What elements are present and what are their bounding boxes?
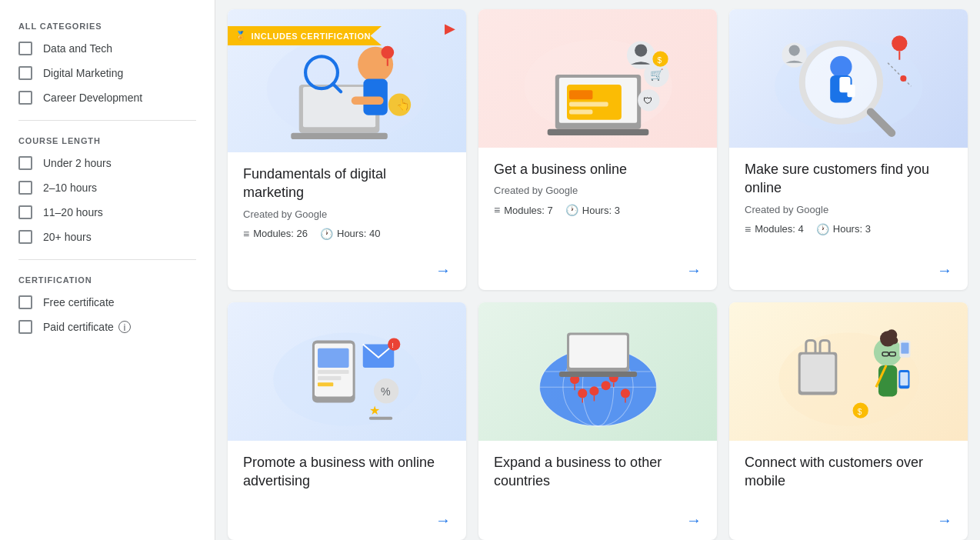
card-arrow-expand[interactable]: → [478,505,717,540]
sidebar: ALL CATEGORIES Data and Tech Digital Mar… [0,0,215,540]
card-image-business: 🛒 🛡 $ [478,9,717,148]
hours-meta-2: 🕐 Hours: 3 [565,204,620,216]
card-meta-business: ≡ Modules: 7 🕐 Hours: 3 [494,204,702,216]
checkbox-digital-marketing[interactable] [18,66,32,80]
label-data-tech: Data and Tech [43,42,112,55]
filter-under-2[interactable]: Under 2 hours [18,156,196,170]
modules-icon: ≡ [243,228,249,240]
card-fundamentals-digital-marketing[interactable]: 🏅 INCLUDES CERTIFICATION ▶ [228,9,466,290]
card-creator-business: Created by Google [494,185,702,196]
divider-1 [18,120,196,121]
modules-meta: ≡ Modules: 26 [243,228,308,240]
card-connect[interactable]: $ Connect with customers over mobile → [729,302,968,540]
modules-meta-3: ≡ Modules: 4 [745,223,804,235]
card-title-customers: Make sure customers find you online [745,160,952,198]
card-creator-fundamentals: Created by Google [243,208,451,220]
card-customers-find[interactable]: Make sure customers find you online Crea… [729,9,968,290]
card-title-connect: Connect with customers over mobile [745,453,952,491]
card-arrow-customers[interactable]: → [729,255,968,290]
filter-paid-cert[interactable]: Paid certificate i [18,320,196,334]
certification-title: CERTIFICATION [18,275,196,285]
svg-point-65 [589,386,598,395]
label-11-20: 11–20 hours [43,206,103,218]
checkbox-free-cert[interactable] [18,295,32,309]
svg-rect-92 [900,372,908,385]
card-arrow-business[interactable]: → [478,255,717,290]
card-title-fundamentals: Fundamentals of digital marketing [243,165,451,202]
svg-rect-76 [558,372,636,377]
svg-rect-36 [847,85,855,97]
label-paid-cert: Paid certificate [43,321,114,333]
filter-11-20[interactable]: 11–20 hours [18,205,196,219]
card-expand[interactable]: Expand a business to other countries → [478,302,717,540]
label-digital-marketing: Digital Marketing [43,67,123,79]
svg-text:★: ★ [368,402,379,416]
svg-point-85 [890,336,898,344]
modules-label: Modules: 26 [253,228,308,239]
filter-free-cert[interactable]: Free certificate [18,295,196,309]
modules-meta-2: ≡ Modules: 7 [494,204,553,216]
cert-banner-text: INCLUDES CERTIFICATION [252,32,372,41]
card-arrow-fundamentals[interactable]: → [228,255,466,290]
illustration-business-online: 🛒 🛡 $ [491,16,705,141]
courses-grid: 🏅 INCLUDES CERTIFICATION ▶ [228,9,968,540]
card-image-expand [478,302,717,441]
checkbox-data-tech[interactable] [18,42,32,55]
modules-icon-2: ≡ [494,204,500,216]
card-body-customers: Make sure customers find you online Crea… [729,148,968,255]
card-image-connect: $ [729,302,968,441]
filter-career-development[interactable]: Career Development [18,91,196,105]
illustration-expand [491,309,705,434]
hours-icon-2: 🕐 [565,204,578,216]
checkbox-2-10[interactable] [18,181,32,195]
filter-digital-marketing[interactable]: Digital Marketing [18,66,196,80]
card-meta-customers: ≡ Modules: 4 🕐 Hours: 3 [745,223,952,235]
label-20plus: 20+ hours [43,231,92,243]
card-title-expand: Expand a business to other countries [494,453,702,491]
hours-label-3: Hours: 3 [833,223,871,235]
svg-rect-19 [569,110,592,115]
svg-text:👆: 👆 [396,98,411,112]
svg-rect-46 [318,348,349,367]
filter-2-10[interactable]: 2–10 hours [18,181,196,195]
paid-cert-info-icon[interactable]: i [118,321,131,333]
svg-rect-48 [318,376,341,380]
checkbox-under-2[interactable] [18,156,32,170]
card-promote[interactable]: ! % ★ Promote a business with online adv… [228,302,466,540]
svg-point-37 [892,35,907,51]
filter-data-tech[interactable]: Data and Tech [18,42,196,55]
card-get-business-online[interactable]: 🛒 🛡 $ Get a business online Created by G… [478,9,717,290]
card-meta-fundamentals: ≡ Modules: 26 🕐 Hours: 40 [243,228,451,240]
card-image-fundamentals: 🏅 INCLUDES CERTIFICATION ▶ [228,9,466,152]
card-arrow-promote[interactable]: → [228,505,466,540]
svg-point-73 [601,381,610,390]
hours-icon-3: 🕐 [816,223,829,235]
checkbox-11-20[interactable] [18,205,32,219]
illustration-customers-find [742,16,956,141]
svg-rect-49 [318,382,333,386]
card-arrow-connect[interactable]: → [729,505,968,540]
checkbox-paid-cert[interactable] [18,320,32,334]
modules-label-3: Modules: 4 [755,223,804,235]
svg-rect-75 [569,335,627,368]
ribbon-icon: 🏅 [235,31,247,41]
checkbox-20plus[interactable] [18,230,32,244]
hours-meta-3: 🕐 Hours: 3 [816,223,871,235]
card-title-business: Get a business online [494,160,702,178]
filter-20plus[interactable]: 20+ hours [18,230,196,244]
checkbox-career-development[interactable] [18,91,32,105]
card-body-business: Get a business online Created by Google … [478,148,717,255]
divider-2 [18,259,196,260]
label-under-2: Under 2 hours [43,157,112,169]
categories-section-title: ALL CATEGORIES [18,22,196,31]
label-free-cert: Free certificate [43,296,115,308]
svg-point-42 [900,75,906,82]
svg-text:🛡: 🛡 [643,95,652,106]
svg-text:$: $ [657,56,662,65]
card-creator-customers: Created by Google [745,204,952,215]
illustration-promote: ! % ★ [240,309,455,434]
svg-point-11 [381,46,394,59]
svg-rect-89 [878,365,896,396]
svg-rect-3 [291,133,388,139]
svg-rect-20 [547,129,648,135]
